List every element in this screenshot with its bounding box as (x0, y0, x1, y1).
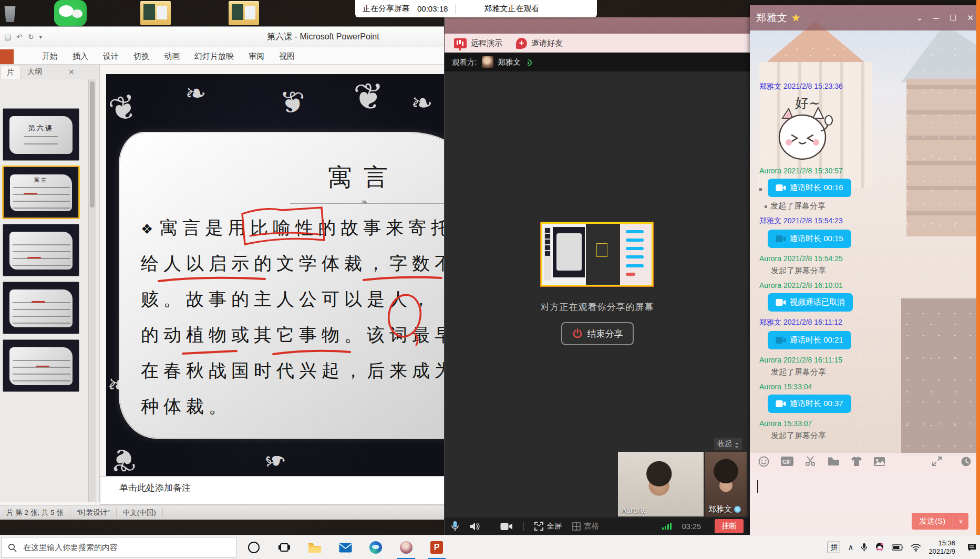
taskbar-icon-cortana[interactable] (242, 539, 266, 556)
search-icon (8, 543, 17, 552)
thumbnail-red-mark (24, 193, 37, 194)
message-status-dot (765, 205, 767, 208)
tray-microphone-icon[interactable] (861, 543, 868, 552)
call-record-bubble[interactable]: 通话时长 00:16 (768, 179, 851, 197)
thumbnail-paper (9, 289, 73, 327)
slide-thumbnail-4[interactable] (3, 282, 79, 334)
folder-icon[interactable] (225, 0, 263, 26)
image-icon[interactable] (873, 457, 885, 469)
file-icon[interactable] (828, 457, 840, 469)
slide-title-divider (290, 203, 444, 204)
ribbon-tab-设计[interactable]: 设计 (96, 49, 126, 64)
viewers-bar: 观看方: 郑雅文 (445, 53, 750, 71)
microphone-button[interactable] (451, 521, 459, 532)
call-record-bubble[interactable]: 通话时长 00:37 (768, 395, 851, 413)
ribbon-tab-幻灯片放映[interactable]: 幻灯片放映 (187, 49, 241, 64)
chat-toolbar: GIF (750, 453, 980, 472)
message-sender-time: 郑雅文 2021/2/8 15:23:36 (759, 82, 973, 91)
slide-body-line[interactable]: 在春秋战国时代兴起，后来成为 (141, 359, 444, 383)
ribbon-tab-插入[interactable]: 插入 (65, 49, 96, 64)
thumbnail-scrollbar[interactable] (88, 79, 96, 502)
tab-outline[interactable]: 大纲 (21, 66, 48, 78)
speaker-button[interactable] (470, 522, 480, 531)
ribbon-tab-视图[interactable]: 视图 (272, 49, 302, 64)
collapse-videos-button[interactable]: 收起 ⌄⌄ (714, 438, 742, 450)
ime-indicator[interactable]: 拼 (828, 542, 840, 553)
slide-body-line[interactable]: 赅。故事的主人公可以是人， 也 (141, 287, 444, 312)
emoji-icon[interactable] (758, 456, 769, 469)
taskbar-icon-file-explorer[interactable] (303, 539, 327, 556)
taskbar-icon-powerpoint[interactable]: P (425, 539, 449, 556)
language-indicator[interactable]: 中文(中国) (117, 508, 163, 517)
slide-body-line[interactable]: 的动植物或其它事物。该词最早 (141, 323, 444, 347)
invite-friends-button[interactable]: + 邀请好友 (516, 38, 563, 49)
cat-sticker[interactable]: 好~ (762, 94, 841, 161)
slide-body-line[interactable]: 种体裁。 (141, 395, 444, 419)
minimize-icon[interactable]: ─ (933, 14, 939, 23)
taskbar-clock[interactable]: 15:36 2021/2/9 (929, 539, 955, 556)
remote-demo-button[interactable]: 远程演示 (454, 38, 502, 48)
sticker-message[interactable]: 好~ (762, 94, 841, 161)
slide-thumbnail-2[interactable]: 寓言 (3, 166, 79, 219)
tab-slides[interactable]: 片 (0, 66, 21, 79)
scroll-down-chevron-icon[interactable]: ⌄ (967, 440, 974, 450)
video-thumbnail-aurora[interactable]: Aurora (618, 452, 704, 516)
tab-file[interactable] (0, 49, 14, 64)
slide-thumbnail-5[interactable] (3, 339, 79, 392)
slide-thumbnail-3[interactable] (3, 224, 79, 276)
notes-pane[interactable]: 单击此处添加备注 (100, 476, 444, 505)
theme-name[interactable]: “时装设计” (70, 508, 117, 517)
wechat-desktop-icon[interactable] (45, 0, 96, 26)
folder-icon[interactable] (137, 0, 174, 26)
message-sender-time: Aurora 15:33:04 (759, 382, 973, 391)
end-share-button[interactable]: 结束分享 (561, 322, 634, 345)
ribbon-tab-开始[interactable]: 开始 (35, 49, 65, 64)
clothes-icon[interactable] (851, 456, 862, 469)
slide-thumbnail-1[interactable]: 第六课 (3, 108, 79, 161)
call-record-bubble[interactable]: 通话时长 00:21 (768, 331, 851, 349)
grid-view-button[interactable]: 宫格 (572, 521, 599, 531)
send-options-chevron-icon[interactable]: ∨ (953, 517, 968, 525)
tray-expand-chevron-icon[interactable]: ∧ (848, 543, 853, 552)
message-sender-time: Aurora 15:33:07 (759, 419, 973, 428)
message-status-dot (759, 188, 762, 191)
ribbon-tab-动画[interactable]: 动画 (157, 49, 187, 64)
notification-center-icon[interactable] (967, 543, 977, 552)
taskbar-icon-edge[interactable] (364, 539, 388, 556)
ribbon-tab-切换[interactable]: 切换 (126, 49, 157, 64)
chat-settings-chevron-icon[interactable]: ⌄ (916, 13, 923, 23)
battery-icon[interactable] (892, 544, 903, 551)
taskbar-search-input[interactable]: 在这里输入你要搜索的内容 (1, 537, 236, 558)
close-panel-icon[interactable]: ✕ (68, 68, 75, 76)
slide-body-line[interactable]: ❖寓言是用比喻性的故事来寄托 (141, 216, 444, 240)
maximize-icon[interactable]: ☐ (950, 13, 956, 23)
ribbon-tab-审阅[interactable]: 审阅 (241, 49, 272, 64)
slide-title[interactable]: 寓言 (285, 161, 442, 194)
message-sender-time: Aurora 2021/2/8 15:30:57 (759, 167, 973, 175)
taskbar-icon-task-view[interactable] (272, 539, 296, 556)
hangup-button[interactable]: 挂断 (715, 519, 744, 533)
message-history-icon[interactable] (961, 456, 972, 469)
thumbnail-text-line (13, 208, 70, 209)
thumbnail-text-line (13, 258, 70, 259)
chat-input-area[interactable]: 发送(S) ∨ (750, 472, 980, 535)
fullscreen-button[interactable]: 全屏 (534, 521, 562, 531)
gif-icon[interactable]: GIF (780, 456, 794, 469)
video-call-icon (776, 400, 786, 408)
screenshot-icon[interactable] (805, 456, 817, 469)
taskbar-icon-contact-app[interactable] (394, 539, 418, 556)
taskbar-icon-mail[interactable] (333, 539, 357, 556)
close-icon[interactable]: ✕ (967, 13, 974, 23)
video-thumbnail-zhengyawen[interactable]: 郑雅文 (705, 452, 747, 516)
send-button[interactable]: 发送(S) ∨ (912, 513, 968, 530)
call-record-bubble[interactable]: 视频通话已取消 (768, 293, 853, 312)
window-expand-icon[interactable] (932, 456, 942, 469)
call-record-bubble[interactable]: 通话时长 00:15 (768, 230, 851, 248)
chat-message-list: 郑雅文 2021/2/8 15:23:36 好~ Aurora 2021/2/8… (750, 30, 980, 453)
recycle-bin-icon[interactable] (0, 0, 20, 26)
shared-screen-thumbnail[interactable] (541, 222, 653, 286)
tray-qq-icon[interactable] (875, 542, 884, 553)
wifi-icon[interactable] (911, 544, 921, 552)
slide-body-line[interactable]: 给人以启示的文学体裁，字数不 (141, 252, 444, 276)
camera-button[interactable] (500, 522, 513, 531)
